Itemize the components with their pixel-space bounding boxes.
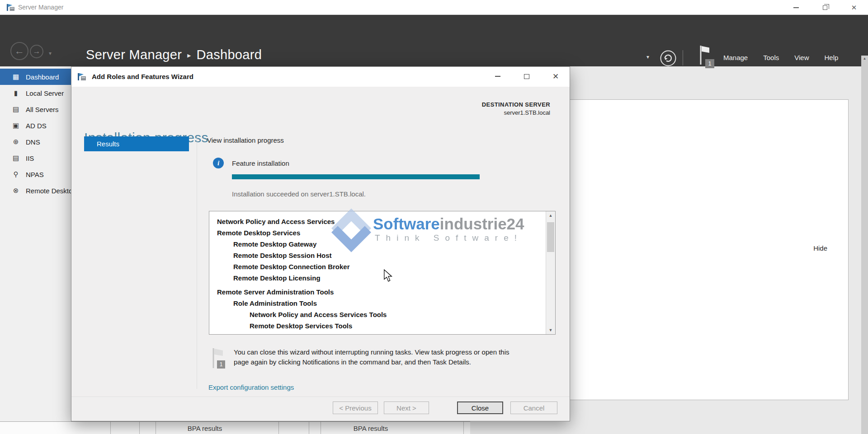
progress-bar-fill bbox=[232, 174, 480, 179]
minimize-icon bbox=[495, 76, 500, 77]
feature-installation-label: Feature installation bbox=[232, 159, 289, 167]
close-wizard-button[interactable]: Close bbox=[457, 401, 503, 414]
tile-divider bbox=[156, 422, 156, 434]
feature-list-item: Remote Desktop Gateway bbox=[209, 238, 546, 250]
menu-item[interactable]: View bbox=[794, 54, 809, 61]
minimize-icon bbox=[793, 7, 799, 8]
wizard-app-icon bbox=[77, 72, 86, 81]
close-button[interactable]: ✕ bbox=[848, 3, 860, 13]
tile-divider bbox=[278, 422, 279, 434]
feature-list-item: Network Policy and Access Services bbox=[209, 216, 546, 227]
refresh-icon[interactable] bbox=[660, 50, 677, 67]
breadcrumb-current[interactable]: Dashboard bbox=[196, 47, 262, 62]
command-bar: ← → ▾ Server Manager▸Dashboard ▾ 1 Manag… bbox=[0, 15, 868, 66]
back-arrow-icon: ← bbox=[14, 45, 24, 57]
window-title: Server Manager bbox=[18, 4, 63, 11]
progress-status: Installation succeeded on server1.STB.lo… bbox=[232, 190, 366, 198]
tile-divider bbox=[139, 422, 140, 434]
window-titlebar: Server Manager ✕ bbox=[0, 0, 868, 15]
bpa-results-label[interactable]: BPA results bbox=[188, 425, 222, 432]
restore-icon bbox=[823, 5, 827, 10]
nav-history-caret-icon[interactable]: ▾ bbox=[49, 50, 52, 56]
all-servers-icon: ▤ bbox=[11, 105, 21, 113]
export-configuration-link[interactable]: Export configuration settings bbox=[208, 383, 294, 391]
feature-list-item: Remote Server Administration Tools bbox=[209, 286, 546, 298]
feature-list-item: Remote Desktop Services Tools bbox=[209, 320, 546, 331]
feature-list-item: Remote Desktop Session Host bbox=[209, 250, 546, 261]
notification-count-badge[interactable]: 1 bbox=[705, 59, 714, 68]
mouse-cursor bbox=[383, 269, 393, 283]
wizard-close-button[interactable]: ✕ bbox=[548, 70, 563, 83]
previous-button[interactable]: < Previous bbox=[333, 401, 378, 414]
scroll-up-icon[interactable]: ▲ bbox=[546, 213, 555, 218]
minimize-button[interactable] bbox=[790, 3, 802, 13]
remote-desktop-icon: ⊗ bbox=[11, 187, 21, 195]
list-scrollbar[interactable]: ▲ ▼ bbox=[546, 211, 555, 334]
menu-item[interactable]: Manage bbox=[723, 54, 748, 61]
wizard-nav-item[interactable]: Results bbox=[84, 136, 189, 151]
note-badge: 1 bbox=[217, 360, 225, 369]
feature-list-item: Remote Desktop Gateway Tools bbox=[209, 331, 546, 335]
info-icon: i bbox=[213, 158, 224, 168]
destination-server-label: DESTINATION SERVER bbox=[482, 101, 550, 108]
breadcrumb-separator-icon: ▸ bbox=[187, 51, 191, 59]
maximize-icon bbox=[524, 74, 529, 79]
view-progress-label: View installation progress bbox=[207, 136, 284, 144]
tile-divider bbox=[309, 422, 309, 434]
next-button[interactable]: Next > bbox=[384, 401, 429, 414]
tile-divider bbox=[110, 422, 111, 434]
feature-list-item: Remote Desktop Services bbox=[209, 227, 546, 238]
iis-icon: ▤ bbox=[11, 154, 21, 162]
hide-link[interactable]: Hide bbox=[813, 244, 827, 252]
close-icon: ✕ bbox=[552, 72, 559, 81]
breadcrumb: Server Manager▸Dashboard bbox=[86, 47, 262, 62]
destination-server-block: DESTINATION SERVER server1.STB.local bbox=[482, 101, 550, 116]
dashboard-tiles-bottom: BPA results BPA results bbox=[0, 421, 470, 434]
forward-button[interactable]: → bbox=[30, 45, 43, 58]
dashboard-grid-icon: ▦ bbox=[11, 73, 21, 81]
server-caret-icon[interactable]: ▾ bbox=[646, 54, 649, 60]
local-server-icon: ▮ bbox=[11, 89, 21, 97]
nav-content-divider bbox=[197, 136, 197, 389]
menu-item[interactable]: Tools bbox=[763, 54, 779, 61]
feature-list-item: Role Administration Tools bbox=[209, 298, 546, 309]
button-separator bbox=[71, 397, 570, 397]
npas-key-icon: ⚲ bbox=[11, 170, 21, 178]
wizard-nav: Results bbox=[84, 136, 189, 151]
note-text: You can close this wizard without interr… bbox=[234, 347, 559, 367]
forward-arrow-icon: → bbox=[33, 47, 41, 56]
feature-list-item: Network Policy and Access Services Tools bbox=[209, 309, 546, 320]
toolbar-divider bbox=[683, 50, 683, 65]
ad-ds-icon: ▣ bbox=[11, 121, 21, 130]
feature-list-item: Remote Desktop Connection Broker bbox=[209, 261, 546, 272]
wizard-maximize-button[interactable] bbox=[519, 70, 534, 83]
back-button[interactable]: ← bbox=[10, 42, 28, 60]
tile-divider bbox=[463, 422, 464, 434]
installed-features-list[interactable]: Network Policy and Access ServicesRemote… bbox=[209, 211, 556, 335]
restore-button[interactable] bbox=[819, 3, 831, 13]
breadcrumb-root[interactable]: Server Manager bbox=[86, 47, 182, 62]
scroll-down-icon[interactable]: ▼ bbox=[546, 328, 555, 332]
menu-item[interactable]: Help bbox=[825, 54, 839, 61]
tile-divider bbox=[321, 422, 321, 434]
scroll-up-icon[interactable]: ▲ bbox=[861, 56, 868, 61]
bpa-results-label[interactable]: BPA results bbox=[354, 425, 388, 432]
close-icon: ✕ bbox=[851, 4, 857, 12]
wizard-minimize-button[interactable] bbox=[490, 70, 505, 83]
progress-bar bbox=[232, 174, 480, 179]
feature-list-item: Remote Desktop Licensing bbox=[209, 272, 546, 284]
app-vertical-scrollbar[interactable]: ▲ bbox=[861, 56, 868, 434]
dns-icon: ⊕ bbox=[11, 138, 21, 146]
server-manager-app-icon bbox=[6, 3, 15, 12]
cancel-button[interactable]: Cancel bbox=[510, 401, 557, 414]
wizard-body: Installation progress DESTINATION SERVER… bbox=[71, 87, 570, 421]
destination-server-name: server1.STB.local bbox=[482, 109, 550, 116]
wizard-title: Add Roles and Features Wizard bbox=[92, 73, 193, 80]
wizard-titlebar: Add Roles and Features Wizard ✕ bbox=[71, 67, 570, 87]
scrollbar-thumb[interactable] bbox=[547, 222, 554, 252]
server-manager-screen: Server Manager ✕ ← → ▾ Server Manager▸Da… bbox=[0, 0, 868, 434]
menu-bar: ManageToolsViewHelp bbox=[723, 54, 838, 61]
add-roles-features-wizard: Add Roles and Features Wizard ✕ Installa… bbox=[71, 66, 570, 421]
